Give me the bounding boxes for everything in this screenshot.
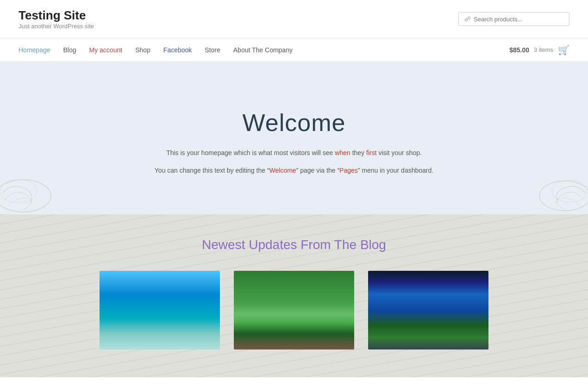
nav-link-homepage[interactable]: Homepage <box>19 46 50 54</box>
main-nav: Homepage Blog My account Shop Facebook S… <box>0 38 588 62</box>
site-header: Testing Site Just another WordPress site… <box>0 0 588 38</box>
cart-icon[interactable]: 🛒 <box>558 44 569 56</box>
nav-link-blog[interactable]: Blog <box>63 46 76 54</box>
blog-card-2-image <box>234 271 354 350</box>
nav-link-about-company[interactable]: About The Company <box>233 46 293 54</box>
hero-desc1: This is your homepage which is what most… <box>166 148 422 159</box>
nav-links: Homepage Blog My account Shop Facebook S… <box>19 46 293 54</box>
search-icon: ☍ <box>464 15 471 23</box>
blog-section: Newest Updates From The Blog <box>0 214 588 377</box>
blog-card-1-image <box>100 271 220 350</box>
decorative-right-sketch <box>528 154 588 214</box>
hero-section: Welcome This is your homepage which is w… <box>0 62 588 214</box>
hero-desc2: You can change this text by editing the … <box>155 165 433 176</box>
nav-link-store[interactable]: Store <box>205 46 220 54</box>
cart-area: $85.00 3 items 🛒 <box>509 44 569 56</box>
nav-link-shop[interactable]: Shop <box>135 46 150 54</box>
nav-link-myaccount[interactable]: My account <box>89 46 123 54</box>
search-box[interactable]: ☍ <box>458 12 569 26</box>
nav-item-myaccount[interactable]: My account <box>89 46 123 54</box>
nav-link-facebook[interactable]: Facebook <box>163 46 192 54</box>
cart-items-count: 3 items <box>534 46 553 53</box>
blog-grid <box>19 271 569 350</box>
site-title: Testing Site <box>19 8 94 23</box>
decorative-left-sketch <box>0 154 60 214</box>
hero-title: Welcome <box>243 109 346 137</box>
nav-item-facebook[interactable]: Facebook <box>163 46 192 54</box>
blog-card-1[interactable] <box>100 271 220 350</box>
cart-price: $85.00 <box>509 46 529 54</box>
nav-item-blog[interactable]: Blog <box>63 46 76 54</box>
blog-card-2[interactable] <box>234 271 354 350</box>
highlight-first: first <box>366 149 377 156</box>
site-branding: Testing Site Just another WordPress site <box>19 8 94 30</box>
nav-item-store[interactable]: Store <box>205 46 220 54</box>
blog-card-3[interactable] <box>368 271 488 350</box>
svg-point-2 <box>539 181 588 211</box>
nav-item-homepage[interactable]: Homepage <box>19 46 50 54</box>
link-pages: Pages <box>339 167 358 174</box>
search-input[interactable] <box>474 16 563 23</box>
blog-card-3-image <box>368 271 488 350</box>
link-welcome: Welcome <box>269 167 296 174</box>
blog-section-title: Newest Updates From The Blog <box>19 237 569 252</box>
nav-item-shop[interactable]: Shop <box>135 46 150 54</box>
nav-item-about-company[interactable]: About The Company <box>233 46 293 54</box>
site-tagline: Just another WordPress site <box>19 23 94 30</box>
svg-point-0 <box>0 180 51 212</box>
highlight-when: when <box>335 149 350 156</box>
